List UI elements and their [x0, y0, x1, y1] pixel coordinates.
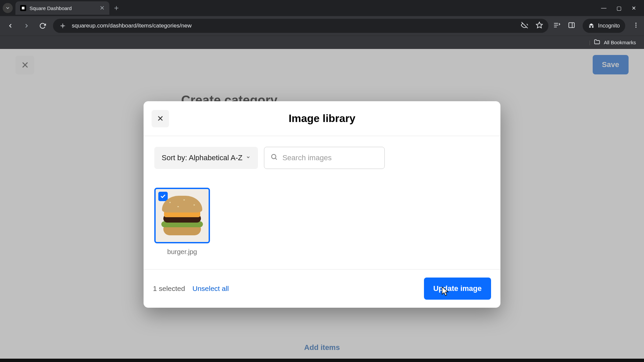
unselect-all-link[interactable]: Unselect all — [193, 285, 229, 293]
back-button[interactable] — [5, 20, 16, 32]
forward-button[interactable] — [21, 20, 32, 32]
browser-chrome: Square Dashboard ✕ + — ▢ ✕ squareup.com/… — [0, 0, 644, 49]
new-tab-button[interactable]: + — [112, 3, 121, 13]
burger-illustration — [162, 196, 202, 235]
svg-marker-6 — [536, 22, 542, 27]
tab-title: Square Dashboard — [30, 5, 96, 11]
modal-close-button[interactable]: ✕ — [152, 110, 169, 127]
eye-off-icon[interactable] — [521, 21, 528, 31]
svg-point-11 — [635, 26, 636, 27]
window-minimize-icon[interactable]: — — [601, 5, 606, 11]
svg-point-9 — [635, 23, 636, 24]
browser-menu-icon[interactable] — [633, 22, 639, 30]
search-icon — [270, 153, 278, 163]
incognito-label: Incognito — [598, 23, 620, 29]
reload-button[interactable] — [37, 20, 48, 32]
media-control-icon[interactable] — [553, 21, 560, 30]
address-bar[interactable]: squareup.com/dashboard/items/categories/… — [53, 19, 548, 33]
window-maximize-icon[interactable]: ▢ — [616, 5, 622, 11]
svg-point-12 — [272, 155, 276, 159]
bookmarks-bar: | All Bookmarks — [0, 36, 644, 49]
update-image-label: Update image — [433, 284, 482, 293]
image-item[interactable]: burger.jpg — [154, 188, 210, 256]
modal-toolbar: Sort by: Alphabetical A-Z — [144, 136, 500, 169]
image-thumbnail[interactable] — [154, 188, 210, 243]
incognito-icon — [588, 22, 595, 29]
modal-title: Image library — [288, 112, 355, 125]
search-input[interactable] — [282, 154, 378, 162]
tab-close-icon[interactable]: ✕ — [100, 5, 105, 11]
browser-toolbar: squareup.com/dashboard/items/categories/… — [0, 16, 644, 36]
sort-dropdown[interactable]: Sort by: Alphabetical A-Z — [154, 147, 258, 169]
image-filename: burger.jpg — [154, 248, 210, 256]
image-library-modal: ✕ Image library Sort by: Alphabetical A-… — [144, 101, 500, 308]
sort-label: Sort by: Alphabetical A-Z — [162, 154, 243, 162]
chevron-down-icon — [246, 155, 251, 161]
bookmark-star-icon[interactable] — [536, 21, 543, 31]
svg-point-10 — [635, 24, 636, 25]
tab-favicon — [20, 5, 26, 11]
window-close-icon[interactable]: ✕ — [632, 5, 636, 11]
update-image-button[interactable]: Update image — [424, 278, 491, 300]
os-taskbar — [0, 359, 644, 362]
svg-line-13 — [275, 158, 277, 160]
selected-count: 1 selected — [153, 285, 185, 293]
window-controls: — ▢ ✕ — [601, 5, 641, 11]
tab-strip: Square Dashboard ✕ + — ▢ ✕ — [0, 0, 644, 16]
all-bookmarks-button[interactable]: All Bookmarks — [604, 40, 636, 45]
folder-icon — [594, 39, 600, 46]
svg-rect-7 — [569, 23, 575, 28]
site-info-icon[interactable] — [58, 21, 67, 30]
side-panel-icon[interactable] — [568, 21, 575, 30]
image-grid: burger.jpg — [144, 169, 500, 269]
browser-tab[interactable]: Square Dashboard ✕ — [15, 1, 109, 15]
page-viewport: ✕ Save Create category Add items ✕ Image… — [0, 49, 644, 362]
incognito-chip[interactable]: Incognito — [583, 19, 625, 33]
modal-footer: 1 selected Unselect all Update image — [144, 269, 500, 308]
svg-point-0 — [62, 25, 64, 27]
search-images-field[interactable] — [264, 147, 385, 169]
modal-header: ✕ Image library — [144, 101, 500, 136]
url-text: squareup.com/dashboard/items/categories/… — [72, 22, 516, 29]
tab-search-button[interactable] — [3, 3, 13, 13]
